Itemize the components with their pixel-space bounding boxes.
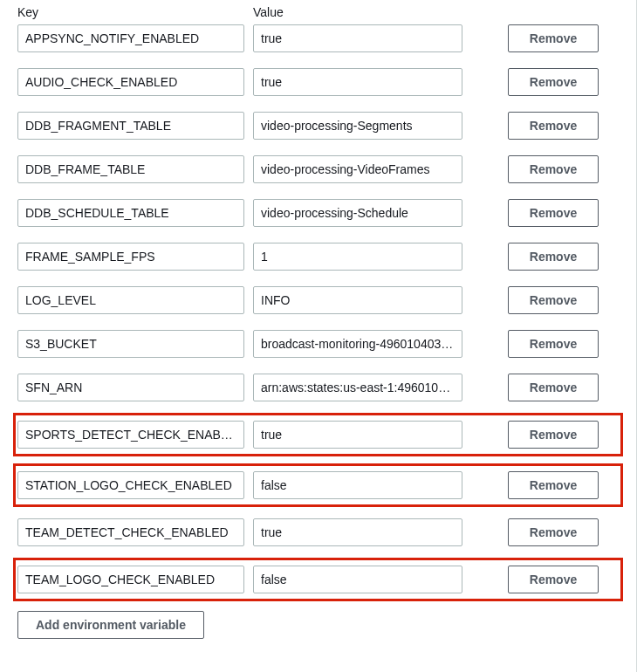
env-var-row: Remove (17, 562, 619, 597)
key-input[interactable] (17, 155, 244, 183)
key-input[interactable] (17, 112, 244, 140)
remove-button[interactable]: Remove (508, 286, 599, 314)
value-input[interactable] (253, 155, 462, 183)
remove-button[interactable]: Remove (508, 199, 599, 227)
key-input[interactable] (17, 68, 244, 96)
remove-button[interactable]: Remove (508, 518, 599, 546)
env-var-row: Remove (17, 372, 619, 403)
remove-button[interactable]: Remove (508, 155, 599, 183)
key-input[interactable] (17, 421, 244, 449)
remove-button[interactable]: Remove (508, 330, 599, 358)
value-input[interactable] (253, 518, 462, 546)
value-input[interactable] (253, 243, 462, 271)
remove-button[interactable]: Remove (508, 421, 599, 449)
key-input[interactable] (17, 199, 244, 227)
remove-button[interactable]: Remove (508, 243, 599, 271)
remove-button[interactable]: Remove (508, 374, 599, 401)
add-row: Add environment variable (17, 611, 619, 639)
env-var-row: Remove (17, 417, 619, 452)
env-vars-content: Key Value RemoveRemoveRemoveRemoveRemove… (0, 0, 636, 656)
env-var-row: Remove (17, 468, 619, 503)
key-input[interactable] (17, 518, 244, 546)
remove-button[interactable]: Remove (508, 566, 599, 593)
value-input[interactable] (253, 199, 462, 227)
value-header: Value (253, 5, 462, 19)
key-input[interactable] (17, 471, 244, 499)
key-input[interactable] (17, 243, 244, 271)
value-input[interactable] (253, 112, 462, 140)
env-var-row: Remove (17, 154, 619, 185)
key-input[interactable] (17, 566, 244, 593)
key-header: Key (17, 5, 244, 19)
remove-button[interactable]: Remove (508, 471, 599, 499)
env-var-row: Remove (17, 328, 619, 360)
column-headers: Key Value (17, 5, 619, 19)
key-input[interactable] (17, 24, 244, 52)
env-var-row: Remove (17, 517, 619, 548)
add-env-var-button[interactable]: Add environment variable (17, 611, 204, 639)
env-var-row: Remove (17, 197, 619, 229)
key-input[interactable] (17, 330, 244, 358)
key-input[interactable] (17, 286, 244, 314)
value-input[interactable] (253, 330, 462, 358)
value-input[interactable] (253, 68, 462, 96)
env-vars-panel: Key Value RemoveRemoveRemoveRemoveRemove… (0, 0, 637, 672)
value-input[interactable] (253, 471, 462, 499)
remove-button[interactable]: Remove (508, 24, 599, 52)
value-input[interactable] (253, 374, 462, 401)
remove-button[interactable]: Remove (508, 112, 599, 140)
value-input[interactable] (253, 286, 462, 314)
rows-container: RemoveRemoveRemoveRemoveRemoveRemoveRemo… (17, 23, 619, 599)
value-input[interactable] (253, 421, 462, 449)
env-var-row: Remove (17, 241, 619, 272)
env-var-row: Remove (17, 66, 619, 98)
env-var-row: Remove (17, 285, 619, 316)
env-var-row: Remove (17, 23, 619, 54)
key-input[interactable] (17, 374, 244, 401)
env-var-row: Remove (17, 110, 619, 141)
value-input[interactable] (253, 24, 462, 52)
remove-button[interactable]: Remove (508, 68, 599, 96)
value-input[interactable] (253, 566, 462, 593)
